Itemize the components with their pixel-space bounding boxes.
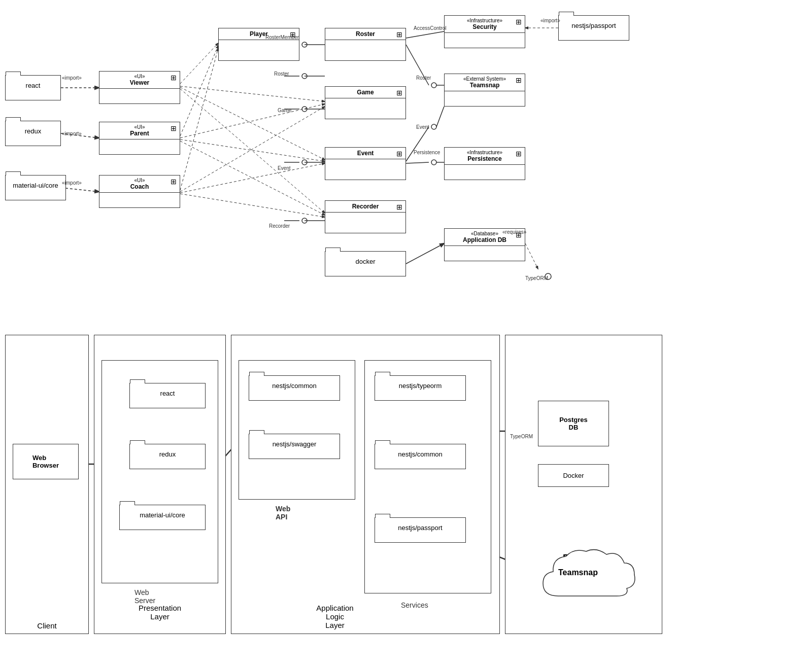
redux-folder: redux <box>5 121 61 146</box>
applogic-layer-label: ApplicationLogicLayer <box>294 604 376 629</box>
roster-icon: ⊞ <box>396 30 402 39</box>
event-icon: ⊞ <box>396 150 402 158</box>
svg-line-8 <box>180 104 325 138</box>
architecture-diagram: react redux material-ui/core ⊞ «UI» View… <box>0 0 812 667</box>
redux-bottom-label: redux <box>130 444 205 460</box>
svg-line-42 <box>525 243 538 269</box>
nestjs-passport-top-label: nestjs/passport <box>559 16 629 31</box>
label-event2: Event <box>416 124 429 130</box>
nestjs-passport-svc-folder: nestjs/passport <box>375 517 466 543</box>
svg-line-44 <box>406 243 444 264</box>
svg-point-35 <box>431 124 436 129</box>
persistence-name: Persistence <box>449 155 521 162</box>
presentation-layer-label: PresentationLayer <box>124 604 195 621</box>
web-browser-label: WebBrowser <box>13 444 78 479</box>
web-api-label: WebAPI <box>276 505 290 521</box>
nestjs-common-api-folder: nestjs/common <box>249 375 340 401</box>
roster-box: ⊞ Roster <box>325 28 406 61</box>
coach-icon: ⊞ <box>171 178 177 186</box>
svg-line-6 <box>180 48 218 190</box>
svg-line-5 <box>180 46 218 136</box>
label-roster: Roster <box>274 71 289 77</box>
label-roster2: Roster <box>416 75 431 81</box>
viewer-stereotype: «UI» <box>104 74 176 79</box>
persistence-stereotype: «Infrastructure» <box>449 150 521 155</box>
web-browser-box: WebBrowser <box>13 444 79 479</box>
label-import3: «import» <box>62 180 82 186</box>
material-ui-bottom-folder: material-ui/core <box>119 505 206 530</box>
svg-line-7 <box>180 86 325 101</box>
parent-name: Parent <box>104 130 176 137</box>
event-name: Event <box>329 150 401 157</box>
material-ui-folder: material-ui/core <box>5 175 66 200</box>
docker-bottom-label: Docker <box>538 465 608 486</box>
label-typeorm-top: TypeORM <box>525 275 548 281</box>
nestjs-passport-top-folder: nestjs/passport <box>558 15 629 41</box>
teamsnap-name: Teamsnap <box>449 82 521 89</box>
redux-bottom-folder: redux <box>129 444 206 469</box>
parent-icon: ⊞ <box>171 124 177 132</box>
viewer-box: ⊞ «UI» Viewer <box>99 71 180 104</box>
event-box: ⊞ Event <box>325 147 406 180</box>
viewer-icon: ⊞ <box>171 74 177 82</box>
coach-name: Coach <box>104 183 176 190</box>
application-db-name: Application DB <box>449 236 521 243</box>
svg-point-32 <box>431 83 436 88</box>
svg-line-12 <box>180 163 325 193</box>
nestjs-typeorm-label: nestjs/typeorm <box>375 376 465 392</box>
nestjs-common-svc-label: nestjs/common <box>375 444 465 460</box>
docker-label: docker <box>325 252 405 267</box>
label-persistence: Persistence <box>414 150 440 155</box>
svg-point-19 <box>302 74 307 79</box>
svg-line-11 <box>180 139 325 161</box>
svg-point-38 <box>431 160 436 165</box>
docker-bottom-box: Docker <box>538 464 609 487</box>
nestjs-common-api-label: nestjs/common <box>249 376 340 392</box>
nestjs-swagger-folder: nestjs/swagger <box>249 434 340 459</box>
postgres-db-box: PostgresDB <box>538 401 609 446</box>
label-import1: «import» <box>62 75 82 81</box>
parent-box: ⊞ «UI» Parent <box>99 122 180 155</box>
svg-line-3 <box>61 188 99 192</box>
svg-line-9 <box>180 107 325 192</box>
player-box: ⊞ Player <box>218 28 299 61</box>
svg-point-28 <box>302 218 307 223</box>
client-layer-label: Client <box>10 621 84 630</box>
react-bottom-folder: react <box>129 383 206 408</box>
svg-line-31 <box>406 31 444 38</box>
label-accesscontrol: AccessControl <box>414 25 446 31</box>
game-box: ⊞ Game <box>325 86 406 119</box>
game-icon: ⊞ <box>396 89 402 97</box>
label-import2: «import» <box>62 131 82 136</box>
svg-line-10 <box>180 87 325 160</box>
services-label: Services <box>401 601 428 609</box>
recorder-name: Recorder <box>329 203 401 210</box>
security-name: Security <box>449 23 521 30</box>
label-typeorm-bottom: TypeORM <box>510 434 533 439</box>
teamsnap-cloud-label: Teamsnap <box>558 568 598 577</box>
label-game: Game <box>278 108 291 113</box>
web-server-label: WebServer <box>134 588 155 605</box>
label-requires: «requires» <box>502 229 526 235</box>
nestjs-typeorm-folder: nestjs/typeorm <box>375 375 466 401</box>
security-box: ⊞ «Infrastructure» Security <box>444 15 525 48</box>
react-label: react <box>6 76 60 91</box>
viewer-name: Viewer <box>104 79 176 86</box>
teamsnap-icon: ⊞ <box>516 76 522 84</box>
teamsnap-box: ⊞ «External System» Teamsnap <box>444 74 525 107</box>
svg-line-13 <box>180 89 325 213</box>
label-recorder: Recorder <box>269 223 290 229</box>
svg-line-14 <box>180 141 325 215</box>
recorder-box: ⊞ Recorder <box>325 200 406 233</box>
svg-line-4 <box>180 43 218 84</box>
roster-name: Roster <box>329 30 401 38</box>
svg-point-25 <box>302 160 307 165</box>
recorder-icon: ⊞ <box>396 203 402 211</box>
svg-line-15 <box>180 194 325 217</box>
label-rostermember: RosterMember <box>265 34 299 40</box>
label-event: Event <box>278 165 291 171</box>
security-icon: ⊞ <box>516 18 522 26</box>
persistence-icon: ⊞ <box>516 150 522 158</box>
coach-box: ⊞ «UI» Coach <box>99 175 180 208</box>
docker-folder: docker <box>325 251 406 276</box>
